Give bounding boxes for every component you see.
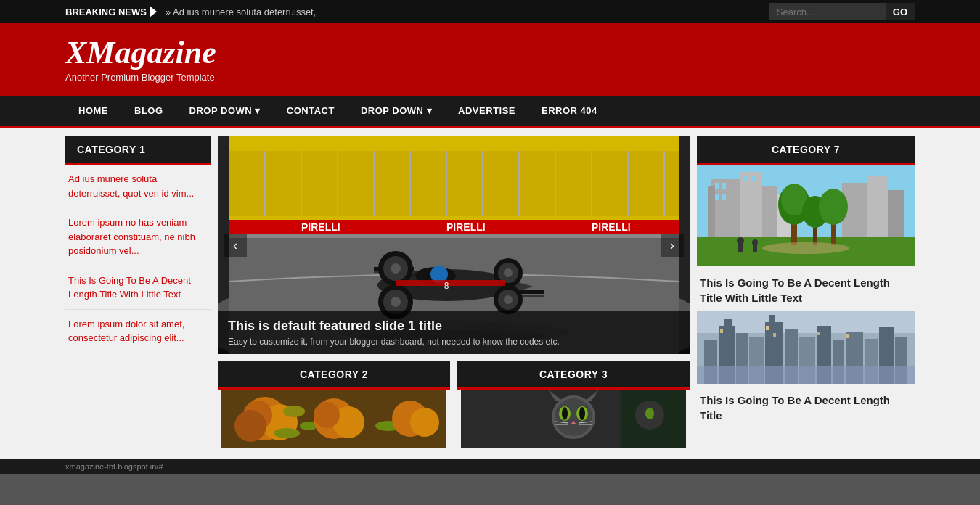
svg-rect-90 <box>744 176 748 181</box>
breaking-news-label: BREAKING NEWS <box>65 6 166 17</box>
category3-header: CATEGORY 3 <box>457 361 690 390</box>
svg-text:PIRELLI: PIRELLI <box>446 221 486 233</box>
svg-point-33 <box>504 268 513 277</box>
svg-point-102 <box>752 239 758 245</box>
breaking-news-bar: BREAKING NEWS » Ad ius munere soluta det… <box>0 0 980 23</box>
svg-rect-125 <box>720 329 723 333</box>
search-input[interactable] <box>769 3 886 20</box>
category1-header: CATEGORY 1 <box>65 136 211 165</box>
site-tagline: Another Premium Blogger Template <box>65 72 216 83</box>
svg-rect-3 <box>229 151 679 216</box>
svg-point-76 <box>645 408 654 419</box>
svg-text:PIRELLI: PIRELLI <box>301 221 340 233</box>
nav-error404[interactable]: ERROR 404 <box>528 95 611 127</box>
nav-contact[interactable]: CONTACT <box>274 95 348 127</box>
svg-rect-109 <box>724 319 732 326</box>
sidebar-article-1-link[interactable]: Ad ius munere soluta deterruisset, quot … <box>68 173 194 199</box>
sidebar-article-4: Lorem ipsum dolor sit amet, consectetur … <box>65 310 211 353</box>
svg-point-67 <box>562 407 568 420</box>
svg-rect-80 <box>740 172 762 245</box>
category7-header: CATEGORY 7 <box>697 136 915 165</box>
category3-column: CATEGORY 3 <box>457 361 690 451</box>
svg-point-36 <box>391 297 401 307</box>
svg-rect-41 <box>396 280 505 286</box>
sidebar-article-3: This Is Going To Be A Decent Length Titl… <box>65 266 211 310</box>
right-article-1-image <box>697 165 915 266</box>
search-bar: GO <box>769 3 915 20</box>
svg-rect-91 <box>751 176 755 181</box>
svg-rect-122 <box>697 366 915 384</box>
sidebar-article-1: Ad ius munere soluta deterruisset, quot … <box>65 165 211 208</box>
slider-caption-text: Easy to customize it, from your blogger … <box>228 337 679 347</box>
sidebar-article-4-link[interactable]: Lorem ipsum dolor sit amet, consectetur … <box>68 319 184 344</box>
sidebar-article-2: Lorem ipsum no has veniam elaboraret con… <box>65 208 211 266</box>
svg-point-68 <box>579 407 585 420</box>
svg-rect-81 <box>762 186 777 245</box>
svg-point-30 <box>504 295 513 304</box>
category3-image <box>457 390 690 448</box>
main-content: CATEGORY 1 Ad ius munere soluta deterrui… <box>0 128 980 459</box>
svg-rect-123 <box>766 326 769 330</box>
svg-rect-89 <box>722 194 726 200</box>
sidebar-article-2-link[interactable]: Lorem ipsum no has veniam elaboraret con… <box>68 217 195 256</box>
svg-rect-113 <box>769 315 775 324</box>
svg-point-52 <box>274 428 300 438</box>
category2-header: CATEGORY 2 <box>218 361 450 390</box>
right-article-2-image <box>697 311 915 384</box>
sidebar-article-3-link[interactable]: This Is Going To Be A Decent Length Titl… <box>68 275 191 300</box>
svg-rect-78 <box>711 179 740 245</box>
category2-image <box>218 390 450 448</box>
breaking-news-text: » Ad ius munere soluta deterruisset, <box>166 7 769 17</box>
nav-home[interactable]: HOME <box>65 95 121 127</box>
bottom-categories-row: CATEGORY 2 <box>218 361 690 451</box>
svg-point-59 <box>410 408 439 437</box>
nav-advertise[interactable]: ADVERTISE <box>445 95 528 127</box>
svg-rect-79 <box>708 186 715 245</box>
slider-next-arrow[interactable]: › <box>661 234 684 257</box>
svg-rect-87 <box>722 183 726 189</box>
slider-caption: This is default featured slide 1 title E… <box>218 311 690 354</box>
svg-rect-101 <box>738 243 743 252</box>
svg-text:8: 8 <box>444 281 449 291</box>
svg-rect-124 <box>773 333 776 337</box>
svg-text:PIRELLI: PIRELLI <box>592 221 631 233</box>
right-sidebar: CATEGORY 7 <box>697 136 915 451</box>
category2-column: CATEGORY 2 <box>218 361 450 451</box>
footer-url-bar: xmagazine-tbt.blogspot.in/# <box>0 459 980 474</box>
svg-point-50 <box>283 406 305 417</box>
featured-slider: PIRELLI PIRELLI PIRELLI <box>218 136 690 354</box>
nav-dropdown-1[interactable]: DROP DOWN ▾ <box>176 95 274 127</box>
svg-point-49 <box>234 410 266 442</box>
right-article-2-title[interactable]: This Is Going To Be A Decent Length Titl… <box>697 387 915 429</box>
slider-title: This is default featured slide 1 title <box>228 319 679 334</box>
site-header: XMagazine Another Premium Blogger Templa… <box>0 23 980 96</box>
svg-rect-103 <box>753 245 757 252</box>
left-sidebar: CATEGORY 1 Ad ius munere soluta deterrui… <box>65 136 211 451</box>
svg-rect-126 <box>817 332 820 335</box>
svg-rect-85 <box>888 190 904 245</box>
right-article-1-title[interactable]: This Is Going To Be A Decent Length Titl… <box>697 269 915 311</box>
main-nav: HOME BLOG DROP DOWN ▾ CONTACT DROP DOWN … <box>0 96 980 128</box>
center-content: PIRELLI PIRELLI PIRELLI <box>218 136 690 451</box>
svg-rect-84 <box>867 176 888 245</box>
svg-point-99 <box>819 189 848 225</box>
nav-blog[interactable]: BLOG <box>121 95 176 127</box>
svg-point-39 <box>391 263 401 274</box>
site-logo[interactable]: XMagazine <box>65 37 216 69</box>
nav-dropdown-2[interactable]: DROP DOWN ▾ <box>348 95 445 127</box>
svg-rect-88 <box>715 194 719 200</box>
svg-rect-127 <box>846 334 849 338</box>
svg-rect-86 <box>715 183 719 189</box>
search-button[interactable]: GO <box>886 3 915 20</box>
svg-point-104 <box>762 242 849 254</box>
slider-prev-arrow[interactable]: ‹ <box>224 234 247 257</box>
svg-point-55 <box>314 402 340 428</box>
